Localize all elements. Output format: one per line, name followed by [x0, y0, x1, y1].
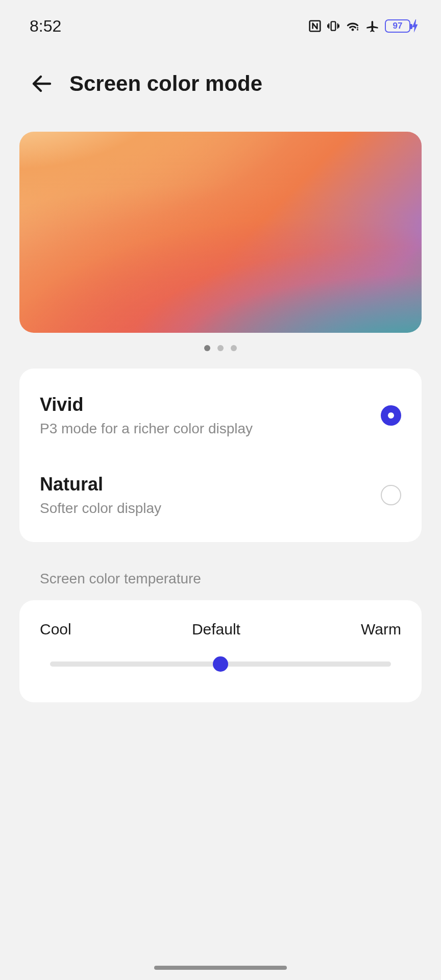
wifi-icon	[345, 20, 360, 32]
color-preview-image[interactable]	[19, 132, 422, 333]
option-title: Vivid	[40, 394, 253, 415]
option-title: Natural	[40, 474, 161, 495]
option-subtitle: Softer color display	[40, 500, 161, 517]
back-button[interactable]	[30, 71, 54, 96]
slider-thumb[interactable]	[213, 656, 228, 672]
temperature-slider[interactable]	[50, 656, 391, 672]
carousel-dot[interactable]	[204, 345, 210, 351]
vibrate-icon	[327, 19, 340, 33]
carousel-dot[interactable]	[231, 345, 237, 351]
status-icons: 97	[308, 19, 419, 33]
status-bar: 8:52 97	[0, 0, 441, 41]
page-header: Screen color mode	[0, 41, 441, 116]
section-label-temperature: Screen color temperature	[0, 542, 441, 600]
option-vivid[interactable]: Vivid P3 mode for a richer color display	[19, 376, 422, 455]
temperature-label-warm: Warm	[361, 621, 401, 638]
color-mode-options-card: Vivid P3 mode for a richer color display…	[19, 369, 422, 542]
nfc-icon	[308, 19, 322, 33]
home-indicator[interactable]	[154, 966, 287, 970]
page-title: Screen color mode	[69, 71, 262, 96]
battery-percent: 97	[393, 21, 403, 31]
temperature-label-cool: Cool	[40, 621, 71, 638]
radio-selected-icon[interactable]	[381, 405, 401, 426]
carousel-dots	[0, 333, 441, 369]
temperature-label-default: Default	[192, 621, 240, 638]
carousel-dot[interactable]	[217, 345, 224, 351]
status-time: 8:52	[30, 17, 61, 36]
charging-icon	[411, 19, 419, 33]
option-natural[interactable]: Natural Softer color display	[19, 455, 422, 535]
battery-indicator: 97	[385, 19, 419, 33]
arrow-left-icon	[30, 71, 54, 96]
temperature-scale-labels: Cool Default Warm	[40, 621, 401, 638]
svg-point-3	[357, 27, 358, 29]
svg-point-2	[357, 29, 358, 31]
svg-rect-1	[331, 21, 336, 30]
airplane-icon	[365, 19, 380, 33]
color-temperature-card: Cool Default Warm	[19, 600, 422, 702]
option-subtitle: P3 mode for a richer color display	[40, 421, 253, 437]
radio-unselected-icon[interactable]	[381, 485, 401, 505]
